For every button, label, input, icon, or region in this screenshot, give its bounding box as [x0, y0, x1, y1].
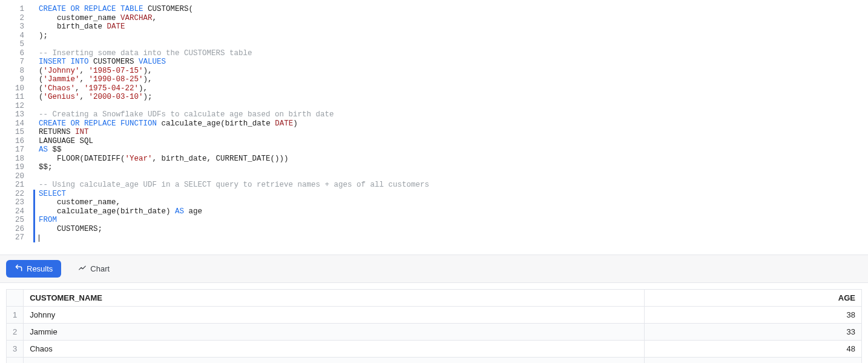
code-line: ('Jammie', '1990-08-25'),	[39, 75, 868, 84]
results-table[interactable]: CUSTOMER_NAME AGE 1 Johnny 38 2 Jammie 3…	[6, 289, 862, 364]
cell-customer-name: Chaos	[24, 340, 645, 357]
column-header-age[interactable]: AGE	[645, 289, 862, 306]
row-number: 2	[7, 323, 24, 340]
code-line: AS $$	[39, 145, 868, 155]
column-header-customer-name[interactable]: CUSTOMER_NAME	[24, 289, 645, 306]
code-line: -- Inserting some data into the CUSTOMER…	[39, 49, 868, 58]
code-line: customer_name VARCHAR,	[39, 14, 868, 23]
row-number: 1	[7, 306, 24, 323]
code-area[interactable]: CREATE OR REPLACE TABLE CUSTOMERS( custo…	[33, 5, 868, 242]
code-line: INSERT INTO CUSTOMERS VALUES	[39, 58, 868, 67]
code-line: -- Creating a Snowflake UDFs to calculat…	[39, 110, 868, 119]
code-line: FLOOR(DATEDIFF('Year', birth_date, CURRE…	[39, 155, 868, 164]
code-line	[39, 102, 868, 111]
table-row[interactable]: 1 Johnny 38	[7, 306, 862, 323]
code-line	[33, 233, 868, 242]
code-line: ('Chaos', '1975-04-22'),	[39, 84, 868, 93]
results-tab-label: Results	[27, 264, 53, 273]
code-line	[39, 172, 868, 181]
code-line: calculate_age(birth_date) AS age	[33, 207, 868, 216]
cell-age: 33	[645, 323, 862, 340]
cell-age: 38	[645, 306, 862, 323]
code-line: $$;	[39, 163, 868, 172]
results-panel: CUSTOMER_NAME AGE 1 Johnny 38 2 Jammie 3…	[0, 283, 868, 364]
cell-age: 23	[645, 357, 862, 363]
code-line: CREATE OR REPLACE FUNCTION calculate_age…	[39, 119, 868, 128]
table-row[interactable]: 3 Chaos 48	[7, 340, 862, 357]
results-tabbar: Results Chart	[0, 255, 868, 283]
code-line: CUSTOMERS;	[33, 225, 868, 234]
cell-customer-name: Genius	[24, 357, 645, 363]
results-tab[interactable]: Results	[6, 260, 61, 278]
code-line: );	[39, 32, 868, 41]
chart-icon	[78, 264, 87, 274]
code-line: -- Using calculate_age UDF in a SELECT q…	[39, 181, 868, 190]
cell-age: 48	[645, 340, 862, 357]
code-line: CREATE OR REPLACE TABLE CUSTOMERS(	[39, 5, 868, 14]
code-line: birth_date DATE	[39, 22, 868, 32]
code-line: customer_name,	[33, 198, 868, 207]
chart-tab-label: Chart	[90, 264, 110, 273]
cell-customer-name: Johnny	[24, 306, 645, 323]
code-line: SELECT	[33, 190, 868, 199]
table-row[interactable]: 2 Jammie 33	[7, 323, 862, 340]
text-cursor	[39, 235, 39, 242]
line-number-gutter: 1234567891011121314151617181920212223242…	[0, 5, 33, 242]
sql-editor[interactable]: 1234567891011121314151617181920212223242…	[0, 0, 868, 255]
row-number: 4	[7, 357, 24, 363]
code-line: ('Genius', '2000-03-10');	[39, 93, 868, 102]
chart-tab[interactable]: Chart	[70, 260, 118, 278]
code-line: ('Johnny', '1985-07-15'),	[39, 67, 868, 76]
row-number-header	[7, 289, 24, 306]
return-icon	[15, 264, 23, 274]
code-line: RETURNS INT	[39, 128, 868, 137]
row-number: 3	[7, 340, 24, 357]
code-line: LANGUAGE SQL	[39, 137, 868, 146]
code-line	[39, 40, 868, 49]
cell-customer-name: Jammie	[24, 323, 645, 340]
code-line: FROM	[33, 216, 868, 225]
table-row[interactable]: 4 Genius 23	[7, 357, 862, 363]
